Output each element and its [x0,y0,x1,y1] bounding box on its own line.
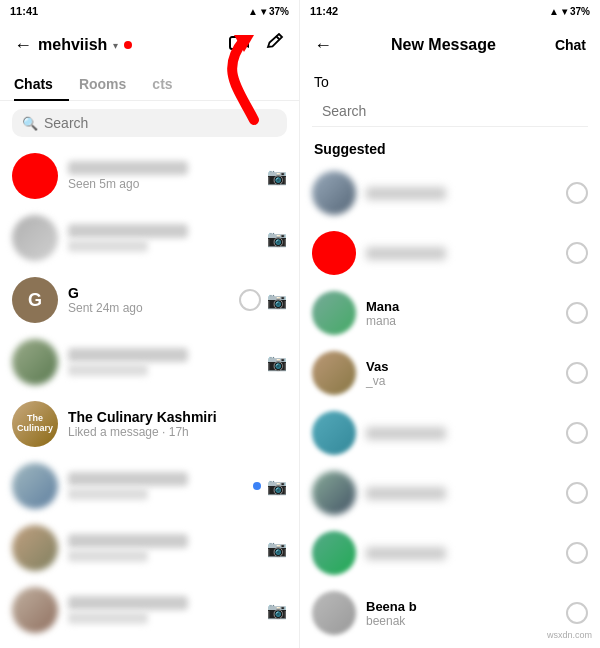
suggestion-item[interactable]: Mana mana [300,283,600,343]
select-radio[interactable] [566,242,588,264]
left-search-input[interactable] [44,115,277,131]
tab-rooms[interactable]: Rooms [79,68,142,100]
chat-item[interactable]: 📷 [0,579,299,641]
chat-item[interactable]: 📷 [0,517,299,579]
camera-icon[interactable]: 📷 [267,353,287,372]
left-search-bar[interactable]: 🔍 [12,109,287,137]
video-icon[interactable] [229,35,251,56]
select-radio[interactable] [566,182,588,204]
new-message-title: New Message [391,36,496,54]
unread-circle [239,289,261,311]
camera-icon[interactable]: 📷 [267,229,287,248]
chat-item[interactable]: The Culinary The Culinary Kashmiri Liked… [0,393,299,455]
chat-preview: Seen 5m ago [68,177,257,191]
sug-avatar [312,291,356,335]
chat-name-blurred [68,472,188,486]
select-radio[interactable] [566,362,588,384]
chat-actions: 📷 [253,477,287,496]
header-action-icons [229,33,285,58]
online-dot [124,41,132,49]
sug-username: beenak [366,614,556,628]
sug-avatar [312,411,356,455]
tab-extra[interactable]: cts [152,68,188,100]
suggestion-item[interactable] [300,403,600,463]
unread-dot [253,482,261,490]
username-label: mehviish [38,36,107,54]
right-panel: 11:42 ▲ ▾ 37% ← New Message Chat To Sugg… [300,0,600,648]
battery-label: 37% [269,6,289,17]
battery-label-right: 37% [570,6,590,17]
chat-actions: 📷 [239,289,287,311]
chat-name-blurred [68,348,188,362]
chat-actions: 📷 [267,601,287,620]
avatar [12,587,58,633]
chat-info [68,534,257,562]
signal-icon: ▲ [248,6,258,17]
svg-rect-0 [230,37,243,49]
chat-item[interactable]: 📷 [0,455,299,517]
sug-name-blurred [366,547,446,560]
select-radio[interactable] [566,302,588,324]
left-status-icons: ▲ ▾ 37% [248,6,289,17]
suggestion-list: Mana mana Vas _va [300,163,600,648]
chat-preview-blurred [68,488,148,500]
sug-info [366,187,556,200]
sug-username: _va [366,374,556,388]
chat-link[interactable]: Chat [555,37,586,53]
sug-info: Vas _va [366,359,556,388]
chat-preview-blurred [68,612,148,624]
sug-info [366,247,556,260]
chat-list: Seen 5m ago 📷 📷 G G Sent 24m ago [0,145,299,648]
select-radio[interactable] [566,482,588,504]
camera-icon[interactable]: 📷 [267,291,287,310]
select-radio[interactable] [566,422,588,444]
chat-actions: 📷 [267,353,287,372]
back-button[interactable]: ← [14,35,32,56]
sug-name: Vas [366,359,556,374]
chat-actions: 📷 [267,229,287,248]
suggestion-item[interactable] [300,223,600,283]
sug-name: Beena b [366,599,556,614]
chat-name-blurred [68,596,188,610]
chat-preview: Liked a message · 17h [68,425,277,439]
camera-icon[interactable]: 📷 [267,477,287,496]
chat-info [68,472,243,500]
chat-item[interactable]: 📷 [0,331,299,393]
tab-chats[interactable]: Chats [14,68,69,100]
compose-icon[interactable] [265,33,285,58]
suggestion-item[interactable]: Vas _va [300,343,600,403]
chat-item[interactable]: G G Sent 24m ago 📷 [0,269,299,331]
chevron-down-icon[interactable]: ▾ [113,40,118,51]
select-radio[interactable] [566,602,588,624]
left-time: 11:41 [10,5,38,17]
wifi-icon-right: ▾ [562,6,567,17]
chat-preview-blurred [68,364,148,376]
camera-icon[interactable]: 📷 [267,539,287,558]
chat-actions: 📷 [267,539,287,558]
camera-icon[interactable]: 📷 [267,167,287,186]
sug-name-blurred [366,427,446,440]
avatar: The Culinary [12,401,58,447]
left-header: ← mehviish ▾ [0,22,299,68]
chat-item[interactable]: Seen 5m ago 📷 [0,145,299,207]
sug-name: Mana [366,299,556,314]
signal-icon-right: ▲ [549,6,559,17]
chat-info [68,596,257,624]
suggestion-item[interactable] [300,163,600,223]
camera-icon[interactable]: 📷 [267,601,287,620]
chat-info: Seen 5m ago [68,161,257,191]
right-status-icons: ▲ ▾ 37% [549,6,590,17]
chat-preview-blurred [68,240,148,252]
left-status-bar: 11:41 ▲ ▾ 37% [0,0,299,22]
right-search-input[interactable] [322,103,578,119]
suggestion-item[interactable] [300,463,600,523]
avatar [12,463,58,509]
suggestion-item[interactable] [300,523,600,583]
right-search-area[interactable] [312,96,588,127]
select-radio[interactable] [566,542,588,564]
sug-info: Mana mana [366,299,556,328]
sug-info [366,547,556,560]
chat-info: The Culinary Kashmiri Liked a message · … [68,409,277,439]
chat-item[interactable]: 📷 [0,207,299,269]
right-back-button[interactable]: ← [314,35,332,56]
